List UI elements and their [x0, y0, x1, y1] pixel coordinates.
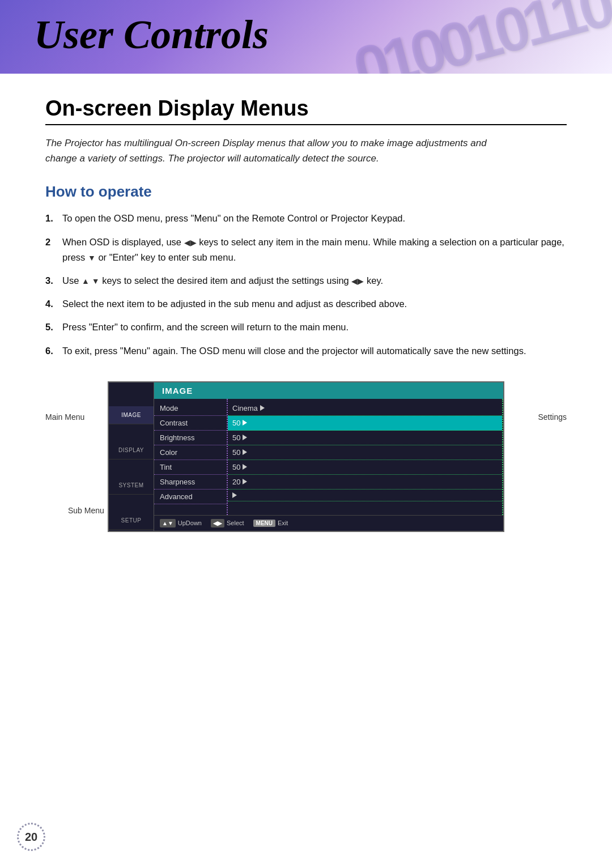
osd-ctrl-select-icon: ◀▶	[211, 519, 224, 527]
osd-value-brightness-text: 50	[232, 433, 240, 442]
osd-ctrl-updown-label: UpDown	[178, 520, 202, 526]
sidebar-item-system: SYSTEM	[109, 476, 154, 495]
osd-value-mode-text: Cinema	[232, 404, 258, 412]
osd-row-color: 50	[228, 445, 502, 460]
page-header: User Controls 010010110	[0, 0, 612, 74]
section-title: On-screen Display Menus	[45, 96, 567, 125]
osd-arrow-contrast	[243, 420, 247, 426]
main-menu-label: Main Menu	[45, 412, 84, 422]
instruction-num-5: 5.	[45, 320, 53, 335]
osd-diagram-wrapper: Main Menu Settings Sub Menu IMAGE DISPLA…	[45, 381, 567, 532]
osd-row-contrast: 50	[228, 416, 502, 431]
main-content: On-screen Display Menus The Projector ha…	[0, 74, 612, 566]
osd-value-brightness: 50	[232, 433, 247, 442]
osd-arrow-advanced	[232, 492, 237, 498]
osd-settings-col: Cinema 50	[228, 399, 503, 515]
osd-value-contrast: 50	[232, 419, 247, 427]
osd-ctrl-menu: MENU Exit	[253, 520, 288, 527]
instruction-4: 4. Select the next item to be adjusted i…	[45, 296, 567, 312]
osd-ctrl-select: ◀▶ Select	[211, 519, 244, 527]
sub-menu-label: Sub Menu	[68, 506, 104, 515]
osd-value-tint-text: 50	[232, 463, 240, 471]
osd-value-sharpness-text: 20	[232, 478, 240, 486]
osd-value-mode: Cinema	[232, 404, 265, 412]
sub-title: How to operate	[45, 183, 567, 201]
osd-value-color-text: 50	[232, 448, 240, 457]
osd-row-brightness: 50	[228, 431, 502, 445]
osd-row-tint: 50	[228, 460, 502, 475]
osd-ctrl-updown: ▲▼ UpDown	[160, 519, 202, 527]
osd-item-advanced: Advanced	[154, 490, 227, 504]
osd-arrow-sharpness	[243, 479, 247, 484]
osd-menu-area: Mode Contrast Brightness Color Tint Shar…	[154, 399, 503, 515]
arrow-left-right-2: ◀▶	[351, 276, 364, 286]
osd-row-advanced	[228, 490, 502, 501]
osd-value-contrast-text: 50	[232, 419, 240, 427]
instructions-list: 1. To open the OSD menu, press "Menu" on…	[45, 211, 567, 359]
osd-row-sharpness: 20	[228, 475, 502, 490]
osd-ctrl-menu-tag: MENU	[253, 520, 275, 527]
osd-item-brightness: Brightness	[154, 431, 227, 445]
arrow-down-1: ▼	[88, 253, 96, 262]
osd-item-mode: Mode	[154, 401, 227, 416]
osd-item-tint: Tint	[154, 460, 227, 475]
instruction-num-4: 4.	[45, 296, 53, 312]
osd-value-color: 50	[232, 448, 247, 457]
instruction-3: 3. Use ▲ ▼ keys to select the desired it…	[45, 273, 567, 288]
osd-arrow-tint	[243, 464, 247, 470]
instruction-2: 2 When OSD is displayed, use ◀▶ keys to …	[45, 235, 567, 265]
osd-value-tint: 50	[232, 463, 247, 471]
osd-ctrl-menu-label: Exit	[278, 520, 288, 526]
sidebar-item-setup: SETUP	[109, 512, 154, 530]
sidebar-item-display: DISPLAY	[109, 441, 154, 459]
osd-sidebar: IMAGE DISPLAY SYSTEM SETUP	[109, 382, 154, 531]
osd-menu-items-col: Mode Contrast Brightness Color Tint Shar…	[154, 399, 228, 515]
instruction-num-2: 2	[45, 235, 50, 250]
osd-item-sharpness: Sharpness	[154, 475, 227, 490]
osd-arrow-brightness	[243, 435, 247, 440]
header-decoration: 010010110	[317, 0, 612, 74]
page-title: User Controls	[34, 11, 269, 58]
instruction-6: 6. To exit, press "Menu" again. The OSD …	[45, 343, 567, 359]
instruction-num-1: 1.	[45, 211, 53, 226]
osd-bottombar: ▲▼ UpDown ◀▶ Select MENU Exit	[154, 515, 503, 531]
page-number: 20	[17, 823, 45, 851]
intro-text: The Projector has multilingual On-screen…	[45, 135, 510, 166]
osd-arrow-mode	[260, 405, 265, 411]
osd-ctrl-select-label: Select	[227, 520, 244, 526]
settings-label: Settings	[538, 412, 567, 422]
arrow-up-down: ▲ ▼	[82, 276, 100, 286]
arrow-left-right-1: ◀▶	[184, 238, 197, 247]
osd-ctrl-updown-icon: ▲▼	[160, 519, 176, 527]
osd-main-panel: IMAGE Mode Contrast Brightness Color Tin…	[154, 382, 503, 531]
instruction-num-6: 6.	[45, 343, 53, 359]
osd-window: IMAGE DISPLAY SYSTEM SETUP IMAGE Mode	[108, 381, 504, 532]
instruction-5: 5. Press "Enter" to confirm, and the scr…	[45, 320, 567, 335]
osd-item-color: Color	[154, 445, 227, 460]
osd-arrow-color	[243, 449, 247, 455]
osd-row-mode: Cinema	[228, 401, 502, 416]
instruction-num-3: 3.	[45, 273, 53, 288]
bg-numbers: 010010110	[346, 0, 612, 74]
osd-item-contrast: Contrast	[154, 416, 227, 431]
osd-value-advanced	[232, 492, 237, 498]
osd-titlebar: IMAGE	[154, 382, 503, 399]
osd-value-sharpness: 20	[232, 478, 247, 486]
instruction-1: 1. To open the OSD menu, press "Menu" on…	[45, 211, 567, 226]
sidebar-item-image: IMAGE	[109, 406, 154, 424]
